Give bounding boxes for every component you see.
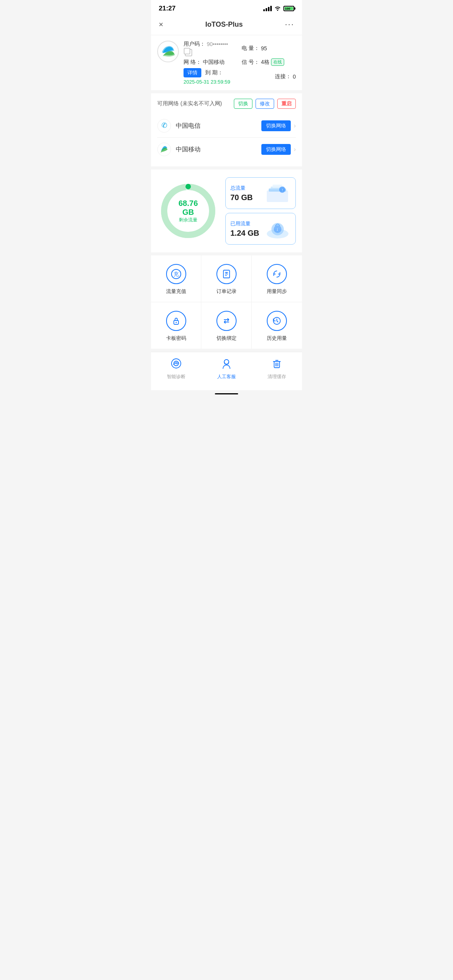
restart-button[interactable]: 重启 bbox=[277, 99, 296, 109]
usage-cards: 总流量 70 GB ↑ 已用流量 1.24 GB bbox=[225, 177, 296, 245]
used-flow-card: 已用流量 1.24 GB ↓ bbox=[225, 213, 296, 245]
svg-text:↑: ↑ bbox=[281, 188, 283, 192]
total-flow-title: 总流量 bbox=[230, 185, 253, 192]
connect-label: 连接： bbox=[275, 73, 291, 80]
used-flow-value: 1.24 GB bbox=[230, 229, 259, 238]
status-time: 21:27 bbox=[159, 5, 175, 12]
donut-indicator bbox=[185, 184, 191, 189]
svg-point-25 bbox=[175, 322, 177, 323]
password-icon bbox=[166, 311, 186, 331]
svg-text:充: 充 bbox=[173, 271, 179, 277]
diagnose-label: 智能诊断 bbox=[167, 373, 185, 380]
sync-label: 用量同步 bbox=[267, 288, 287, 295]
app-header: × IoTOS-Plus ··· bbox=[151, 15, 302, 35]
telecom-logo: ✆ bbox=[157, 119, 171, 133]
used-flow-title: 已用流量 bbox=[230, 220, 259, 227]
chevron-right-icon-2: › bbox=[294, 146, 296, 153]
signal-value: 4格 bbox=[261, 59, 269, 66]
app-title: IoTOS-Plus bbox=[205, 21, 243, 29]
network-section-title: 可用网络 (未实名不可入网) bbox=[157, 100, 222, 107]
mobile-switch-btn[interactable]: 切换网络 bbox=[261, 144, 291, 155]
action-history[interactable]: 历史用量 bbox=[252, 302, 302, 349]
svg-rect-7 bbox=[267, 190, 288, 202]
diagnose-icon bbox=[170, 358, 182, 372]
power-label: 电 量： bbox=[242, 45, 259, 52]
battery-icon: 100 bbox=[283, 6, 294, 11]
telecom-name: 中国电信 bbox=[176, 122, 261, 130]
action-grid: 充 流量充值 ¥ 订单记录 用量同步 bbox=[151, 255, 302, 352]
remaining-gb: 68.76 GB bbox=[173, 199, 204, 217]
online-badge: 在线 bbox=[271, 58, 284, 66]
network-actions: 切换 修改 重启 bbox=[234, 99, 296, 109]
signal-label: 信 号： bbox=[242, 59, 259, 66]
switch-bind-label: 切换绑定 bbox=[216, 335, 237, 342]
mobile-logo bbox=[157, 142, 171, 156]
used-flow-icon: ↓ bbox=[264, 217, 291, 240]
modify-button[interactable]: 修改 bbox=[256, 99, 274, 109]
recharge-label: 流量充值 bbox=[166, 288, 186, 295]
donut-chart: 68.76 GB 剩余流量 bbox=[157, 180, 219, 242]
switch-bind-icon bbox=[216, 311, 237, 331]
carrier-logo bbox=[157, 41, 179, 62]
bottom-nav: 智能诊断 人工客服 清理缓存 bbox=[151, 352, 302, 390]
signal-icon bbox=[263, 6, 272, 11]
action-orders[interactable]: ¥ 订单记录 bbox=[201, 255, 252, 302]
network-section: 可用网络 (未实名不可入网) 切换 修改 重启 ✆ 中国电信 切换网络 › 中国… bbox=[151, 93, 302, 170]
orders-icon: ¥ bbox=[216, 264, 237, 284]
service-icon bbox=[221, 358, 232, 372]
nav-clear[interactable]: 清理缓存 bbox=[252, 355, 302, 382]
switch-button[interactable]: 切换 bbox=[234, 99, 252, 109]
history-label: 历史用量 bbox=[267, 335, 287, 342]
mobile-name: 中国移动 bbox=[176, 146, 261, 154]
chevron-right-icon: › bbox=[294, 122, 296, 129]
svg-point-27 bbox=[172, 359, 181, 368]
status-icons: 100 bbox=[263, 5, 294, 12]
history-icon bbox=[267, 311, 287, 331]
network-item-mobile[interactable]: 中国移动 切换网络 › bbox=[157, 138, 296, 161]
home-indicator bbox=[215, 393, 238, 394]
more-button[interactable]: ··· bbox=[285, 19, 294, 29]
svg-text:✆: ✆ bbox=[161, 122, 167, 129]
donut-center-text: 68.76 GB 剩余流量 bbox=[173, 199, 204, 223]
status-bar: 21:27 100 bbox=[151, 0, 302, 15]
nav-diagnose[interactable]: 智能诊断 bbox=[151, 355, 201, 382]
usage-section: 68.76 GB 剩余流量 总流量 70 GB ↑ bbox=[151, 170, 302, 255]
password-label: 卡板密码 bbox=[166, 335, 186, 342]
user-code-label: 用户码： bbox=[184, 41, 205, 48]
svg-text:¥: ¥ bbox=[225, 271, 227, 274]
orders-label: 订单记录 bbox=[216, 288, 237, 295]
expire-label: 到 期： bbox=[205, 69, 223, 76]
user-card: 用户码： 90•••••••• 电 量： 95 网 络： 中国移动 信 号： 4… bbox=[151, 35, 302, 93]
detail-button[interactable]: 详情 bbox=[184, 68, 201, 77]
expire-value: 2025-05-31 23:59:59 bbox=[184, 79, 230, 85]
connect-value: 0 bbox=[293, 74, 296, 80]
action-password[interactable]: 卡板密码 bbox=[151, 302, 201, 349]
svg-text:↓: ↓ bbox=[276, 226, 278, 232]
user-info: 用户码： 90•••••••• 电 量： 95 网 络： 中国移动 信 号： 4… bbox=[184, 41, 296, 85]
remaining-label: 剩余流量 bbox=[173, 217, 204, 223]
clear-label: 清理缓存 bbox=[268, 373, 286, 380]
action-sync[interactable]: 用量同步 bbox=[252, 255, 302, 302]
network-item-telecom[interactable]: ✆ 中国电信 切换网络 › bbox=[157, 114, 296, 138]
copy-icon[interactable] bbox=[185, 49, 192, 56]
sync-icon bbox=[267, 264, 287, 284]
total-flow-card: 总流量 70 GB ↑ bbox=[225, 177, 296, 209]
recharge-icon: 充 bbox=[166, 264, 186, 284]
user-code-value: 90•••••••• bbox=[207, 41, 228, 47]
total-flow-value: 70 GB bbox=[230, 193, 253, 202]
telecom-switch-btn[interactable]: 切换网络 bbox=[261, 120, 291, 131]
network-label: 网 络： bbox=[184, 59, 201, 66]
power-value: 95 bbox=[261, 45, 267, 51]
close-button[interactable]: × bbox=[159, 20, 163, 29]
action-recharge[interactable]: 充 流量充值 bbox=[151, 255, 201, 302]
service-label: 人工客服 bbox=[217, 373, 236, 380]
network-value: 中国移动 bbox=[203, 59, 225, 66]
wifi-icon bbox=[274, 5, 281, 12]
action-switch-bind[interactable]: 切换绑定 bbox=[201, 302, 252, 349]
nav-service[interactable]: 人工客服 bbox=[201, 355, 252, 382]
clear-icon bbox=[271, 358, 283, 372]
total-flow-icon: ↑ bbox=[264, 182, 291, 205]
